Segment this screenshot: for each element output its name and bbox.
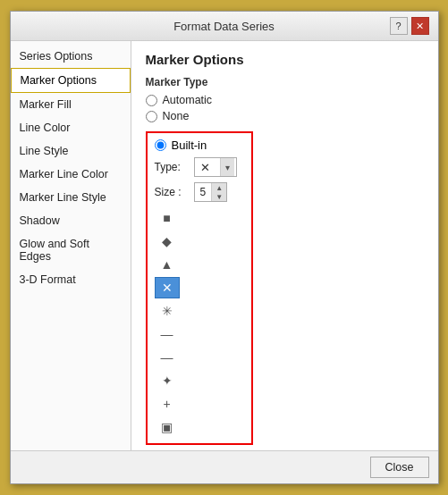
marker-item-short-dash[interactable]: — [155, 323, 180, 345]
marker-item-star[interactable]: ✳ [155, 300, 180, 322]
marker-item-picture[interactable]: ▣ [155, 416, 180, 438]
none-radio[interactable] [146, 111, 157, 122]
builtin-radio[interactable] [155, 139, 166, 151]
none-label[interactable]: None [163, 110, 190, 122]
marker-item-diamond[interactable]: ◆ [155, 231, 180, 252]
title-bar: Format Data Series ? ✕ [11, 12, 438, 41]
marker-type-radio-group: Automatic None [146, 94, 424, 122]
sidebar-item-marker-line-color[interactable]: Marker Line Color [11, 163, 131, 186]
size-label: Size : [155, 186, 187, 198]
sidebar-item-marker-line-style[interactable]: Marker Line Style [11, 186, 131, 209]
dialog-footer: Close [11, 450, 438, 483]
sidebar-item-glow-soft-edges[interactable]: Glow and Soft Edges [11, 232, 131, 268]
marker-item-asterisk[interactable]: ✦ [155, 370, 180, 391]
builtin-label[interactable]: Built-in [172, 138, 207, 152]
spinner-buttons: ▲ ▼ [211, 183, 226, 201]
window-close-button[interactable]: ✕ [411, 17, 429, 35]
sidebar-item-series-options[interactable]: Series Options [11, 45, 131, 68]
spinner-up-button[interactable]: ▲ [212, 183, 226, 192]
none-radio-row: None [146, 110, 424, 122]
dialog-body: Series OptionsMarker OptionsMarker FillL… [11, 41, 438, 450]
builtin-radio-row: Built-in [155, 138, 244, 152]
type-row: Type: ✕ ▾ [155, 157, 244, 177]
sidebar-item-line-color[interactable]: Line Color [11, 116, 131, 139]
sidebar-item-shadow[interactable]: Shadow [11, 209, 131, 232]
automatic-radio-row: Automatic [146, 94, 424, 106]
sidebar-item-line-style[interactable]: Line Style [11, 139, 131, 163]
marker-item-long-dash[interactable]: — [155, 347, 180, 368]
content-area: Marker Options Marker Type Automatic Non… [131, 41, 438, 450]
size-spinner: 5 ▲ ▼ [194, 182, 228, 202]
type-dropdown-value: ✕ [197, 161, 214, 174]
marker-item-triangle[interactable]: ▲ [155, 254, 180, 275]
format-data-series-dialog: Format Data Series ? ✕ Series OptionsMar… [10, 11, 439, 484]
sidebar-item-marker-options[interactable]: Marker Options [11, 68, 131, 93]
dialog-title: Format Data Series [59, 20, 390, 33]
marker-grid: ■◆▲✕✳——✦+▣ [155, 207, 244, 438]
sidebar-item-3d-format[interactable]: 3-D Format [11, 268, 131, 291]
close-button[interactable]: Close [370, 457, 429, 478]
sidebar: Series OptionsMarker OptionsMarker FillL… [11, 41, 131, 450]
marker-item-x-cross[interactable]: ✕ [155, 277, 180, 298]
spinner-down-button[interactable]: ▼ [212, 192, 226, 201]
size-row: Size : 5 ▲ ▼ [155, 182, 244, 202]
title-buttons: ? ✕ [390, 17, 429, 35]
content-title: Marker Options [146, 52, 424, 67]
sidebar-item-marker-fill[interactable]: Marker Fill [11, 93, 131, 116]
size-value: 5 [195, 186, 212, 198]
marker-type-label: Marker Type [146, 76, 424, 88]
type-dropdown[interactable]: ✕ ▾ [194, 157, 237, 177]
automatic-label[interactable]: Automatic [163, 94, 213, 106]
type-label: Type: [155, 161, 187, 173]
builtin-section: Built-in Type: ✕ ▾ Size : 5 [146, 131, 253, 445]
automatic-radio[interactable] [146, 95, 157, 106]
dropdown-arrow-icon[interactable]: ▾ [220, 158, 234, 176]
marker-item-square[interactable]: ■ [155, 207, 180, 229]
marker-item-plus[interactable]: + [155, 393, 180, 415]
help-button[interactable]: ? [390, 17, 408, 35]
